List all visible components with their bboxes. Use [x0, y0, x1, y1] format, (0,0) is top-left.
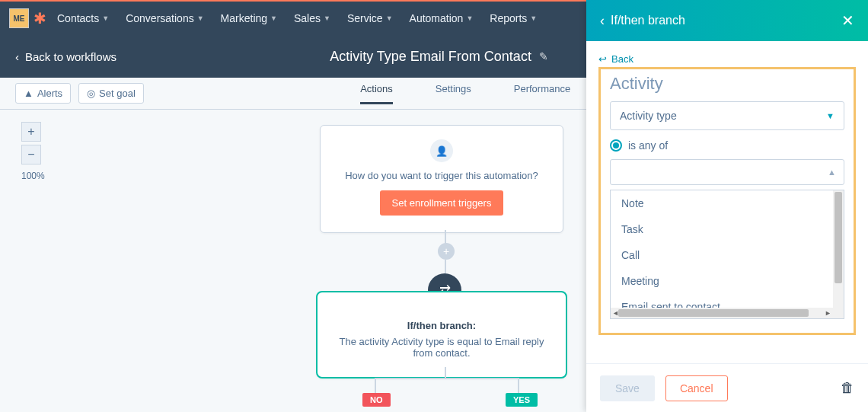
caret-down-icon: ▼	[826, 111, 834, 120]
nav-marketing[interactable]: Marketing▼	[221, 12, 277, 24]
trigger-question: How do you want to trigger this automati…	[336, 170, 547, 181]
brand-logo-1: ME	[9, 8, 29, 28]
hubspot-logo-icon[interactable]: ✱	[34, 9, 46, 27]
add-step-button[interactable]: +	[438, 243, 455, 260]
save-button[interactable]: Save	[600, 375, 655, 401]
set-goal-button[interactable]: ◎Set goal	[78, 83, 144, 104]
horizontal-scrollbar[interactable]: ◄ ►	[611, 308, 833, 318]
branch-no-badge[interactable]: NO	[362, 393, 391, 407]
branch-split-line	[375, 378, 519, 401]
nav-contacts[interactable]: Contacts▼	[57, 12, 109, 24]
workflow-title: Activity Type Email From Contact	[330, 49, 531, 65]
tab-settings[interactable]: Settings	[436, 83, 471, 104]
branch-yes-badge[interactable]: YES	[506, 393, 538, 407]
panel-back-chevron-icon[interactable]: ‹	[600, 13, 605, 29]
nav-automation[interactable]: Automation▼	[410, 12, 474, 24]
delete-icon[interactable]: 🗑	[841, 380, 854, 396]
tab-actions[interactable]: Actions	[360, 83, 393, 104]
target-icon: ◎	[87, 88, 95, 99]
chevron-down-icon: ▼	[530, 14, 537, 22]
option-task[interactable]: Task	[611, 216, 833, 242]
back-to-workflows-link[interactable]: ‹ Back to workflows	[15, 50, 116, 63]
option-email-sent[interactable]: Email sent to contact	[611, 294, 833, 308]
workflow-canvas[interactable]: + − 100% 👤 How do you want to trigger th…	[0, 110, 586, 412]
reply-arrow-icon: ↩	[598, 53, 607, 65]
radio-selected-icon	[610, 139, 622, 152]
cancel-button[interactable]: Cancel	[665, 375, 728, 401]
option-meeting[interactable]: Meeting	[611, 268, 833, 294]
connector-line	[445, 230, 446, 244]
panel-title: If/then branch	[611, 14, 685, 27]
vertical-scrollbar[interactable]	[833, 190, 844, 308]
zoom-out-button[interactable]: −	[21, 145, 41, 164]
nav-conversations[interactable]: Conversations▼	[126, 12, 203, 24]
chevron-down-icon: ▼	[466, 14, 473, 22]
chevron-down-icon: ▼	[270, 14, 277, 22]
property-dropdown[interactable]: Activity type ▼	[610, 101, 844, 130]
panel-close-icon[interactable]: ✕	[841, 11, 854, 30]
chevron-down-icon: ▼	[197, 14, 204, 22]
panel-back-link[interactable]: ↩ Back	[598, 53, 633, 65]
filter-highlight-box: Activity Activity type ▼ is any of ▲ Not…	[598, 67, 856, 335]
branch-card-title: If/then branch:	[336, 320, 547, 331]
set-enrollment-triggers-button[interactable]: Set enrollment triggers	[380, 190, 504, 216]
nav-sales[interactable]: Sales▼	[294, 12, 330, 24]
alerts-button[interactable]: ▲Alerts	[15, 83, 71, 104]
operator-radio-is-any-of[interactable]: is any of	[610, 139, 844, 152]
chevron-down-icon: ▼	[102, 14, 109, 22]
side-panel: ‹ If/then branch ✕ ↩ Back Activity Activ…	[586, 0, 868, 412]
value-dropdown[interactable]: ▲	[610, 159, 844, 185]
connector-line	[445, 260, 446, 273]
nav-service[interactable]: Service▼	[347, 12, 393, 24]
alert-icon: ▲	[24, 88, 34, 99]
chevron-down-icon: ▼	[324, 14, 330, 22]
zoom-in-button[interactable]: +	[21, 122, 41, 142]
nav-reports[interactable]: Reports▼	[490, 12, 537, 24]
chevron-left-icon: ‹	[15, 50, 19, 63]
tab-performance[interactable]: Performance	[514, 83, 570, 104]
scroll-corner	[833, 308, 844, 318]
edit-title-icon[interactable]: ✎	[539, 50, 548, 62]
branch-card[interactable]: If/then branch: The activity Activity ty…	[316, 291, 567, 378]
scroll-right-icon: ►	[825, 309, 831, 317]
filter-section-title: Activity	[610, 74, 844, 94]
contact-icon: 👤	[430, 139, 453, 162]
zoom-level: 100%	[21, 171, 43, 181]
chevron-down-icon: ▼	[386, 14, 393, 22]
option-note[interactable]: Note	[611, 190, 833, 216]
trigger-card[interactable]: 👤 How do you want to trigger this automa…	[320, 125, 563, 233]
branch-card-desc: The activity Activity type is equal to E…	[336, 336, 547, 359]
options-listbox: Note Task Call Meeting Email sent to con…	[610, 190, 844, 319]
caret-up-icon: ▲	[828, 168, 836, 177]
option-call[interactable]: Call	[611, 242, 833, 268]
